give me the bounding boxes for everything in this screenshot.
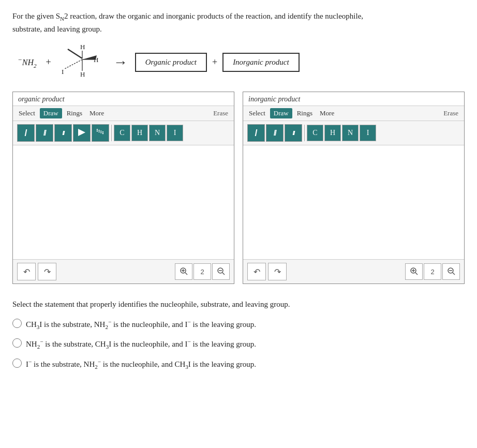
plus-sign-2: +	[212, 57, 217, 68]
plus-sign-1: +	[46, 57, 51, 67]
inorganic-double-bond-btn[interactable]: //	[266, 124, 284, 142]
inorganic-zoom-in-btn[interactable]	[405, 263, 423, 280]
drawers-row: organic product Select Draw Rings More E…	[12, 92, 465, 284]
svg-marker-10	[78, 129, 85, 136]
organic-draw-btn[interactable]: Draw	[40, 108, 62, 118]
inorganic-product-box: Inorganic product	[222, 53, 299, 72]
atom-c-btn[interactable]: C	[114, 125, 130, 141]
inorganic-zoom-reset-btn[interactable]: 2	[424, 263, 441, 280]
inorganic-bond-sep	[304, 125, 305, 141]
organic-more-btn[interactable]: More	[87, 108, 107, 118]
double-bond-icon: //	[43, 129, 46, 137]
svg-line-21	[415, 273, 418, 275]
inorganic-more-btn[interactable]: More	[317, 108, 337, 118]
inorganic-draw-btn[interactable]: Draw	[270, 108, 292, 118]
inorganic-atom-h-btn[interactable]: H	[324, 125, 341, 141]
inorganic-single-bond-icon: /	[255, 128, 257, 139]
inorganic-drawer-label: inorganic product	[243, 92, 464, 106]
single-bond-btn[interactable]: /	[17, 124, 35, 142]
atom-n-label: N	[155, 129, 160, 137]
atom-n-btn[interactable]: N	[149, 125, 166, 141]
svg-text:I: I	[62, 68, 64, 76]
reaction-arrow: →	[113, 55, 128, 69]
molecule-ch3i: H I H H	[61, 44, 102, 80]
radio-1[interactable]	[12, 319, 22, 328]
dash-icon	[96, 128, 105, 139]
zoom-out-icon	[216, 266, 226, 277]
svg-line-18	[222, 273, 225, 275]
inorganic-redo-icon: ↷	[274, 267, 281, 277]
organic-erase-btn[interactable]: Erase	[211, 108, 231, 118]
inorganic-triple-bond-icon: ///	[292, 130, 294, 136]
inorganic-atom-n-btn[interactable]: N	[342, 125, 359, 141]
organic-zoom-controls: 2	[175, 263, 230, 280]
option-2-text: NH2− is the substrate, CH3I is the nucle…	[26, 337, 256, 351]
svg-line-2	[65, 59, 82, 69]
statement-prompt: Select the statement that properly ident…	[12, 298, 465, 310]
atom-c-label: C	[120, 129, 124, 137]
inorganic-canvas[interactable]	[243, 145, 464, 259]
redo-icon: ↷	[44, 267, 51, 277]
inorganic-zoom-controls: 2	[405, 263, 460, 280]
option-1-text: CH3I is the substrate, NH2− is the nucle…	[26, 318, 256, 332]
organic-product-label: Organic product	[145, 58, 197, 66]
organic-undo-redo: ↶ ↷	[17, 263, 56, 280]
organic-zoom-in-btn[interactable]	[175, 263, 192, 280]
organic-zoom-reset-btn[interactable]: 2	[193, 263, 211, 280]
svg-line-25	[453, 273, 455, 275]
inorganic-redo-btn[interactable]: ↷	[268, 263, 287, 280]
inorganic-triple-bond-btn[interactable]: ///	[285, 124, 302, 142]
option-3: I− is the substrate, NH2− is the nucleop…	[12, 357, 465, 371]
organic-canvas[interactable]	[13, 145, 234, 259]
wedge-bond-btn[interactable]	[73, 124, 91, 142]
reactant-nh2: −NH2	[18, 56, 37, 69]
option-3-text: I− is the substrate, NH2− is the nucleop…	[26, 357, 256, 371]
atom-h-label: H	[137, 129, 142, 137]
organic-undo-btn[interactable]: ↶	[17, 263, 36, 280]
organic-zoom-out-btn[interactable]	[212, 263, 230, 280]
organic-rings-btn[interactable]: Rings	[64, 108, 85, 118]
inorganic-zoom-reset-icon: 2	[430, 268, 434, 276]
inorganic-atom-n-label: N	[348, 129, 353, 137]
inorganic-select-btn[interactable]: Select	[246, 108, 268, 118]
option-1: CH3I is the substrate, NH2− is the nucle…	[12, 318, 465, 332]
atom-h-btn[interactable]: H	[131, 125, 148, 141]
triple-bond-btn[interactable]: ///	[54, 124, 72, 142]
organic-drawer-label: organic product	[13, 92, 234, 106]
zoom-reset-icon: 2	[200, 268, 204, 276]
inorganic-zoom-out-icon	[446, 266, 456, 277]
inorganic-zoom-out-btn[interactable]	[442, 263, 460, 280]
bond-sep-1	[111, 125, 112, 141]
inorganic-undo-btn[interactable]: ↶	[247, 263, 266, 280]
inorganic-undo-icon: ↶	[254, 267, 260, 277]
inorganic-drawer-panel: inorganic product Select Draw Rings More…	[243, 92, 465, 284]
inorganic-toolbar: Select Draw Rings More Erase	[243, 106, 464, 121]
radio-3[interactable]	[12, 359, 22, 368]
molecule-svg: H I H H	[61, 44, 102, 80]
radio-2[interactable]	[12, 338, 22, 348]
organic-toolbar: Select Draw Rings More Erase	[13, 106, 234, 121]
atom-i-btn[interactable]: I	[167, 125, 183, 141]
triple-bond-icon: ///	[62, 130, 64, 136]
inorganic-atom-h-label: H	[330, 129, 335, 137]
svg-line-14	[185, 273, 187, 275]
inorganic-rings-btn[interactable]: Rings	[294, 108, 315, 118]
question-text: For the given SN2 reaction, draw the org…	[12, 10, 465, 35]
dash-bond-btn[interactable]	[92, 124, 109, 142]
organic-redo-btn[interactable]: ↷	[38, 263, 56, 280]
organic-bond-tools: / // ///	[13, 121, 234, 145]
inorganic-erase-btn[interactable]: Erase	[441, 108, 461, 118]
organic-select-btn[interactable]: Select	[16, 108, 38, 118]
organic-product-box: Organic product	[135, 53, 207, 72]
svg-text:H: H	[94, 56, 98, 64]
wedge-icon	[77, 128, 86, 139]
inorganic-single-bond-btn[interactable]: /	[247, 124, 265, 142]
svg-text:H: H	[80, 44, 85, 51]
double-bond-btn[interactable]: //	[36, 124, 53, 142]
svg-text:H: H	[80, 70, 85, 78]
organic-drawer-panel: organic product Select Draw Rings More E…	[12, 92, 234, 284]
inorganic-atom-c-label: C	[312, 129, 317, 137]
inorganic-atom-c-btn[interactable]: C	[307, 125, 323, 141]
inorganic-product-label: Inorganic product	[233, 58, 289, 66]
inorganic-atom-i-btn[interactable]: I	[360, 125, 376, 141]
